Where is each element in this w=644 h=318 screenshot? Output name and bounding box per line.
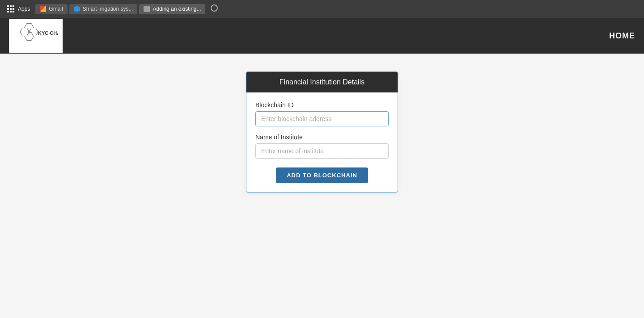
blockchain-id-label: Blockchain ID bbox=[255, 101, 389, 109]
svg-point-5 bbox=[28, 31, 30, 33]
globe-icon bbox=[211, 4, 218, 12]
apps-tab[interactable]: Apps bbox=[4, 4, 34, 14]
blockchain-id-group: Blockchain ID bbox=[255, 101, 389, 126]
globe-tab[interactable] bbox=[211, 4, 218, 13]
card-header: Financial Institution Details bbox=[246, 72, 398, 92]
svg-text:KYC·CHAIN: KYC·CHAIN bbox=[38, 30, 58, 36]
name-of-institute-input[interactable] bbox=[255, 143, 389, 159]
shield-favicon-icon bbox=[74, 6, 80, 12]
tab-gmail[interactable]: Gmail bbox=[35, 4, 67, 14]
financial-institution-card: Financial Institution Details Blockchain… bbox=[246, 71, 398, 192]
add-to-blockchain-button[interactable]: ADD TO BLOCKCHAIN bbox=[276, 167, 368, 183]
blockchain-id-input[interactable] bbox=[255, 111, 389, 126]
logo-svg: KYC·CHAIN bbox=[13, 22, 58, 49]
card-title: Financial Institution Details bbox=[280, 78, 364, 86]
name-of-institute-label: Name of Institute bbox=[255, 134, 389, 141]
apps-label: Apps bbox=[18, 6, 30, 12]
card-body: Blockchain ID Name of Institute ADD TO B… bbox=[246, 92, 398, 192]
home-nav-link[interactable]: HOME bbox=[609, 31, 635, 40]
browser-bar: Apps Gmail Smart irrigation sys... Addin… bbox=[0, 0, 644, 18]
name-of-institute-group: Name of Institute bbox=[255, 134, 389, 159]
page-favicon-icon bbox=[144, 6, 150, 12]
app-navbar: KYC·CHAIN HOME bbox=[0, 18, 644, 54]
main-nav: HOME bbox=[609, 31, 635, 41]
adding-existing-tab-label: Adding an existing... bbox=[153, 6, 201, 12]
tab-adding-existing[interactable]: Adding an existing... bbox=[139, 4, 205, 14]
tab-smart-irrigation[interactable]: Smart irrigation sys... bbox=[69, 4, 138, 14]
smart-irrigation-tab-label: Smart irrigation sys... bbox=[83, 6, 133, 12]
gmail-favicon-icon bbox=[40, 6, 46, 12]
gmail-tab-label: Gmail bbox=[49, 6, 63, 12]
logo-container: KYC·CHAIN bbox=[9, 19, 63, 53]
apps-grid-icon bbox=[7, 5, 14, 13]
main-content: Financial Institution Details Blockchain… bbox=[0, 54, 644, 318]
